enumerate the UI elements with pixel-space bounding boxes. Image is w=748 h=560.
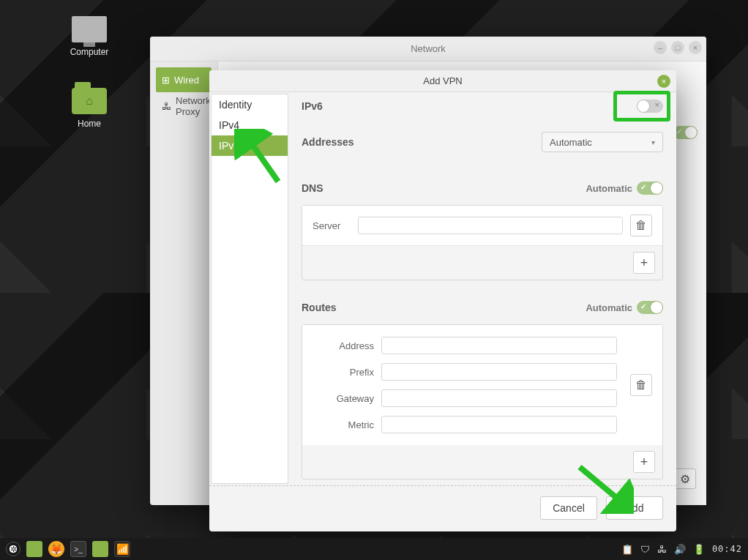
connection-settings-button[interactable]: ⚙: [674, 468, 696, 489]
dialog-title: Add VPN: [423, 75, 462, 86]
trash-icon: 🗑: [635, 219, 647, 232]
sidebar-item-label: Wired: [174, 75, 199, 86]
taskbar-network-icon[interactable]: 📶: [114, 541, 130, 557]
wired-enable-toggle[interactable]: [673, 126, 697, 139]
dns-servers-box: Server 🗑 +: [302, 205, 663, 280]
tray-network-icon[interactable]: 🖧: [657, 544, 667, 555]
tab-ipv6[interactable]: IPv6: [212, 135, 288, 156]
addresses-label: Addresses: [302, 136, 354, 148]
routes-automatic-label: Automatic: [586, 302, 632, 313]
desktop-icon-home[interactable]: Home: [60, 88, 119, 129]
gear-icon: ⚙: [680, 472, 690, 486]
dns-label: DNS: [302, 182, 323, 194]
network-proxy-icon: 🖧: [162, 101, 171, 112]
vpn-tabs-sidebar: Identity IPv4 IPv6: [211, 94, 288, 484]
tab-ipv4[interactable]: IPv4: [212, 115, 288, 135]
addresses-mode-select[interactable]: Automatic ▾: [542, 132, 663, 152]
dialog-titlebar[interactable]: Add VPN ×: [209, 70, 676, 92]
desktop-icon-computer[interactable]: Computer: [60, 16, 119, 57]
taskbar-files-open-icon[interactable]: [92, 541, 108, 557]
dns-remove-button[interactable]: 🗑: [630, 214, 652, 236]
tray-volume-icon[interactable]: 🔊: [674, 544, 686, 555]
dns-automatic-label: Automatic: [586, 183, 632, 194]
addresses-mode-value: Automatic: [550, 137, 592, 148]
route-metric-label: Metric: [313, 419, 374, 430]
tab-identity[interactable]: Identity: [212, 94, 288, 115]
taskbar-firefox-icon[interactable]: 🦊: [48, 541, 64, 557]
cancel-button[interactable]: Cancel: [540, 496, 597, 520]
route-address-label: Address: [313, 340, 374, 351]
ipv6-enable-toggle[interactable]: [637, 100, 663, 113]
add-button[interactable]: Add: [606, 496, 663, 520]
dns-automatic-toggle[interactable]: [637, 182, 663, 195]
window-titlebar[interactable]: Network – □ ×: [150, 37, 706, 61]
maximize-button[interactable]: □: [671, 41, 684, 54]
network-wired-icon: ⊞: [162, 75, 170, 86]
tray-shield-icon[interactable]: 🛡: [640, 544, 650, 555]
desktop-icon-label: Home: [60, 119, 119, 129]
window-title: Network: [411, 43, 446, 54]
desktop-icon-label: Computer: [60, 47, 119, 57]
dialog-close-button[interactable]: ×: [657, 75, 670, 88]
route-gateway-input[interactable]: [381, 389, 617, 407]
route-address-input[interactable]: [381, 337, 617, 354]
taskbar[interactable]: ✲ 🦊 >_ 📶 📋 🛡 🖧 🔊 🔋 00:42: [0, 538, 748, 560]
route-add-button[interactable]: +: [633, 451, 655, 473]
route-metric-input[interactable]: [381, 416, 617, 433]
routes-box: Address Prefix Gateway Metric: [302, 324, 663, 479]
routes-automatic-toggle[interactable]: [637, 301, 663, 314]
dns-add-button[interactable]: +: [633, 252, 655, 274]
close-button[interactable]: ×: [689, 41, 702, 54]
vpn-settings-panel: IPv6 Addresses Automatic ▾ DNS Automatic: [288, 92, 676, 485]
dns-server-input[interactable]: [358, 217, 623, 234]
route-prefix-input[interactable]: [381, 363, 617, 381]
add-vpn-dialog: Add VPN × Identity IPv4 IPv6 IPv6 Addres…: [209, 70, 676, 531]
dialog-action-bar: Cancel Add: [209, 485, 676, 531]
network-category-sidebar: ⊞ Wired 🖧 Network Proxy: [150, 61, 217, 505]
route-prefix-label: Prefix: [313, 367, 374, 378]
routes-label: Routes: [302, 302, 336, 313]
close-icon: ×: [662, 77, 666, 86]
chevron-down-icon: ▾: [651, 138, 655, 146]
start-menu-button[interactable]: ✲: [6, 542, 20, 556]
trash-icon: 🗑: [635, 378, 647, 392]
ipv6-heading: IPv6: [302, 100, 323, 112]
minimize-button[interactable]: –: [654, 41, 667, 54]
dns-server-label: Server: [313, 220, 351, 231]
route-gateway-label: Gateway: [313, 393, 374, 404]
sidebar-item-proxy[interactable]: 🖧 Network Proxy: [156, 94, 212, 119]
home-folder-icon: [72, 88, 107, 114]
tray-clipboard-icon[interactable]: 📋: [621, 544, 633, 555]
sidebar-item-wired[interactable]: ⊞ Wired: [156, 67, 212, 92]
sidebar-item-label: Network Proxy: [176, 95, 211, 117]
taskbar-files-icon[interactable]: [26, 541, 42, 557]
taskbar-clock[interactable]: 00:42: [712, 544, 742, 554]
computer-icon: [72, 16, 107, 42]
route-remove-button[interactable]: 🗑: [630, 374, 652, 396]
taskbar-terminal-icon[interactable]: >_: [70, 541, 86, 557]
tray-battery-icon[interactable]: 🔋: [693, 544, 705, 555]
